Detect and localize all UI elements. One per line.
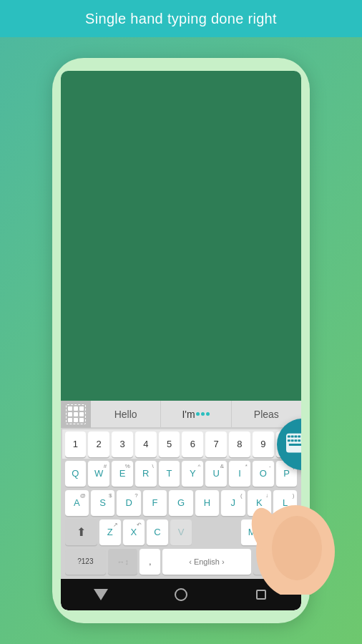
svg-rect-25 [298, 439, 300, 441]
text-area[interactable] [61, 71, 301, 401]
key-r[interactable]: R\ [135, 461, 157, 487]
key-q[interactable]: Q [65, 461, 87, 487]
key-f[interactable]: F [143, 490, 167, 516]
svg-rect-18 [295, 436, 298, 438]
key-t[interactable]: T [159, 461, 180, 487]
back-button[interactable] [93, 587, 109, 602]
num-switch-key[interactable]: ?123 [65, 549, 107, 575]
main-area: Hello I'm Pleas [0, 37, 362, 644]
key-e[interactable]: E% [112, 461, 133, 487]
emoji-key[interactable]: ↔↕ [108, 549, 137, 575]
key-s[interactable]: S$ [91, 490, 114, 516]
banner-text: Single hand typing done right [85, 11, 277, 27]
key-z[interactable]: Z↗ [99, 519, 121, 545]
home-button[interactable] [173, 587, 189, 602]
autocomplete-word-im[interactable]: I'm [161, 401, 231, 427]
svg-rect-23 [291, 439, 294, 441]
key-w[interactable]: W# [88, 461, 109, 487]
key-2[interactable]: 2 [88, 431, 109, 457]
top-banner: Single hand typing done right [0, 0, 362, 37]
key-v[interactable]: V [170, 519, 192, 545]
dot-indicator-3 [206, 412, 210, 416]
svg-rect-16 [288, 436, 290, 438]
key-h[interactable]: H [195, 490, 219, 516]
svg-rect-22 [288, 439, 290, 441]
svg-rect-19 [298, 436, 300, 438]
svg-rect-28 [289, 444, 301, 446]
home-icon [175, 588, 187, 601]
grid-icon-button[interactable] [61, 401, 91, 428]
dot-indicator [196, 412, 200, 416]
comma-key[interactable]: , [140, 549, 160, 575]
key-a[interactable]: A@ [65, 490, 89, 516]
key-6[interactable]: 6 [182, 431, 203, 457]
dot-indicator-2 [201, 412, 205, 416]
autocomplete-word-hello[interactable]: Hello [91, 401, 161, 427]
svg-rect-24 [295, 439, 298, 441]
shift-key[interactable]: ⬆ [65, 519, 97, 545]
key-3[interactable]: 3 [112, 431, 133, 457]
key-4[interactable]: 4 [135, 431, 157, 457]
svg-point-32 [272, 516, 322, 580]
key-x[interactable]: X↶ [123, 519, 145, 545]
key-g[interactable]: G [169, 490, 192, 516]
autocomplete-bar: Hello I'm Pleas [61, 401, 301, 428]
key-u[interactable]: U& [205, 461, 227, 487]
back-icon [94, 589, 108, 600]
grid-icon [68, 406, 84, 422]
autocomplete-words: Hello I'm Pleas [91, 401, 301, 427]
svg-rect-17 [291, 436, 294, 438]
key-c[interactable]: C [147, 519, 168, 545]
phone-outer: Hello I'm Pleas [52, 58, 310, 623]
key-d[interactable]: D? [117, 490, 140, 516]
key-1[interactable]: 1 [65, 431, 87, 457]
key-5[interactable]: 5 [159, 431, 180, 457]
key-y[interactable]: Y^ [182, 461, 203, 487]
key-7[interactable]: 7 [205, 431, 227, 457]
